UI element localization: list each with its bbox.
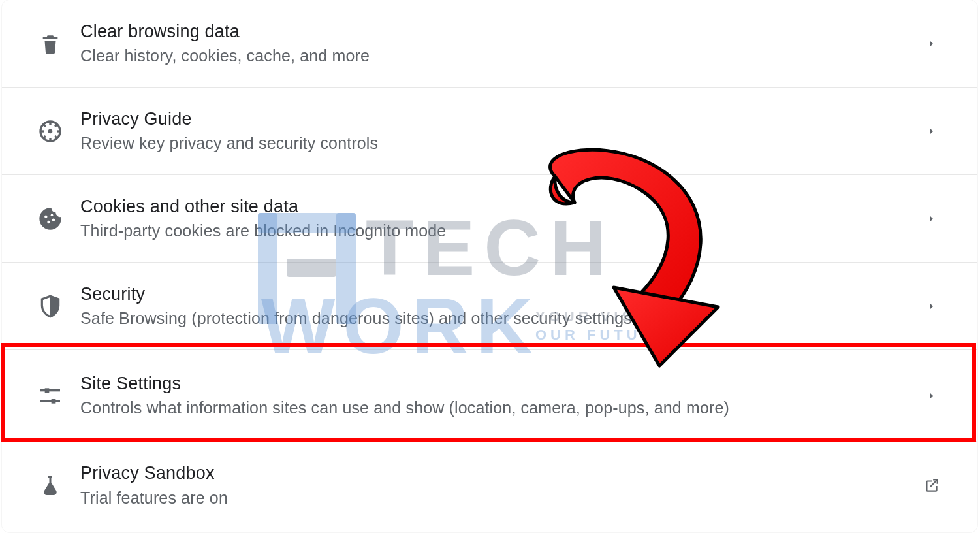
row-desc: Trial features are on bbox=[80, 488, 912, 508]
open-in-new-icon bbox=[923, 476, 941, 494]
row-title: Site Settings bbox=[80, 373, 912, 394]
svg-line-6 bbox=[43, 124, 46, 127]
cookie-icon bbox=[36, 204, 65, 233]
svg-point-11 bbox=[47, 220, 50, 223]
trash-icon bbox=[36, 29, 65, 58]
svg-point-1 bbox=[48, 129, 53, 133]
row-desc: Review key privacy and security controls bbox=[80, 133, 912, 154]
svg-point-10 bbox=[44, 215, 47, 218]
row-title: Privacy Guide bbox=[80, 108, 912, 129]
svg-line-7 bbox=[55, 136, 57, 138]
settings-row-site-settings[interactable]: Site Settings Controls what information … bbox=[2, 350, 977, 442]
row-title: Cookies and other site data bbox=[80, 196, 912, 217]
svg-point-13 bbox=[51, 214, 54, 216]
flask-icon bbox=[36, 471, 65, 500]
settings-row-privacy-guide[interactable]: Privacy Guide Review key privacy and sec… bbox=[2, 88, 977, 175]
settings-row-cookies[interactable]: Cookies and other site data Third-party … bbox=[2, 175, 977, 263]
settings-card: Clear browsing data Clear history, cooki… bbox=[2, 0, 977, 532]
row-desc: Controls what information sites can use … bbox=[80, 398, 912, 418]
row-texts: Cookies and other site data Third-party … bbox=[80, 196, 923, 242]
chevron-right-icon bbox=[923, 297, 941, 316]
svg-line-8 bbox=[43, 136, 46, 138]
svg-rect-15 bbox=[45, 388, 50, 393]
chevron-right-icon bbox=[923, 210, 941, 228]
settings-row-clear-browsing-data[interactable]: Clear browsing data Clear history, cooki… bbox=[2, 0, 977, 88]
compass-icon bbox=[36, 117, 65, 146]
row-title: Privacy Sandbox bbox=[80, 462, 912, 483]
chevron-right-icon bbox=[923, 35, 941, 53]
svg-rect-17 bbox=[52, 399, 56, 404]
row-texts: Site Settings Controls what information … bbox=[80, 373, 923, 419]
row-texts: Privacy Guide Review key privacy and sec… bbox=[80, 108, 923, 154]
svg-point-12 bbox=[52, 218, 55, 221]
row-desc: Third-party cookies are blocked in Incog… bbox=[80, 221, 912, 241]
row-title: Clear browsing data bbox=[80, 21, 912, 42]
row-texts: Clear browsing data Clear history, cooki… bbox=[80, 21, 923, 67]
row-title: Security bbox=[80, 284, 912, 304]
chevron-right-icon bbox=[923, 387, 941, 405]
row-desc: Clear history, cookies, cache, and more bbox=[80, 46, 912, 66]
row-desc: Safe Browsing (protection from dangerous… bbox=[80, 308, 912, 329]
row-texts: Security Safe Browsing (protection from … bbox=[80, 284, 923, 329]
sliders-icon bbox=[36, 381, 65, 410]
shield-icon bbox=[36, 292, 65, 321]
settings-row-security[interactable]: Security Safe Browsing (protection from … bbox=[2, 263, 977, 350]
svg-line-9 bbox=[55, 124, 57, 127]
row-texts: Privacy Sandbox Trial features are on bbox=[80, 462, 923, 508]
settings-row-privacy-sandbox[interactable]: Privacy Sandbox Trial features are on bbox=[2, 442, 977, 529]
chevron-right-icon bbox=[923, 122, 941, 140]
